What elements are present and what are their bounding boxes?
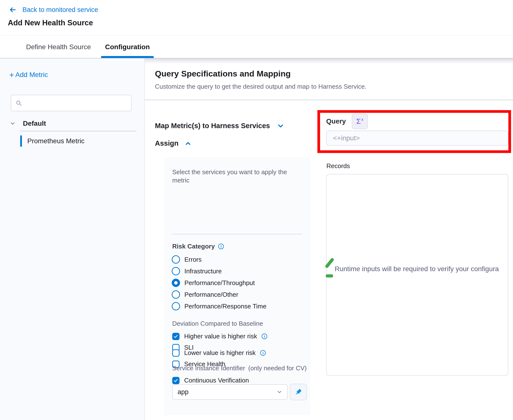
runtime-input-pin-button[interactable] <box>290 384 307 400</box>
radio-label: Performance/Response Time <box>184 303 266 310</box>
radio-performance-other[interactable] <box>172 290 180 299</box>
query-input[interactable] <box>333 134 502 142</box>
section-heading: Query Specifications and Mapping <box>155 69 291 78</box>
risk-category-label: Risk Category <box>172 243 215 250</box>
metric-group-default[interactable]: Default <box>10 118 46 129</box>
arrow-left-icon <box>9 6 17 14</box>
runtime-inputs-message: Runtime inputs will be required to verif… <box>335 265 499 273</box>
sigma-superscript: x <box>361 117 363 122</box>
select-services-label: Select the services you want to apply th… <box>172 168 300 184</box>
assign-panel: Select the services you want to apply th… <box>164 157 310 415</box>
radio-errors[interactable] <box>172 255 180 264</box>
tab-bar: Define Health Source Configuration <box>0 35 513 58</box>
search-icon <box>16 100 22 106</box>
radio-row-performance-other[interactable]: Performance/Other <box>172 290 238 299</box>
radio-row-performance-response-time[interactable]: Performance/Response Time <box>172 302 266 310</box>
back-link[interactable]: Back to monitored service <box>9 6 98 14</box>
service-instance-note: (only needed for CV) <box>248 364 324 372</box>
checkbox-higher-value[interactable] <box>172 333 180 340</box>
selected-indicator-bar <box>20 135 22 147</box>
add-metric-button[interactable]: + Add Metric <box>9 71 48 79</box>
metric-item-label: Prometheus Metric <box>27 137 85 145</box>
section-subheading: Customize the query to get the desired o… <box>155 83 367 90</box>
map-metrics-label: Map Metric(s) to Harness Services <box>155 122 270 130</box>
radio-infrastructure[interactable] <box>172 267 180 275</box>
info-icon[interactable]: i <box>218 244 224 249</box>
heading-divider <box>145 100 513 100</box>
add-metric-label: Add Metric <box>15 71 48 79</box>
radio-row-infrastructure[interactable]: Infrastructure <box>172 267 222 275</box>
page-title: Add New Health Source <box>8 19 93 27</box>
panel-divider <box>172 234 302 234</box>
checkbox-row-lower-value[interactable]: Lower value is higher risk i <box>172 349 266 357</box>
radio-label: Performance/Other <box>184 291 238 298</box>
checkbox-lower-value[interactable] <box>172 349 180 357</box>
radio-row-errors[interactable]: Errors <box>172 255 202 264</box>
sigma-icon: Σ <box>356 117 361 125</box>
risk-category-header: Risk Category i <box>172 243 224 250</box>
info-icon[interactable]: i <box>260 350 266 356</box>
query-input-wrapper <box>326 131 508 146</box>
search-input[interactable] <box>26 99 127 107</box>
back-link-label: Back to monitored service <box>22 6 98 14</box>
success-check-icon <box>326 274 333 277</box>
sidebar-item-prometheus-metric[interactable]: Prometheus Metric <box>20 135 85 147</box>
active-tab-underline <box>101 56 154 58</box>
radio-performance-throughput[interactable] <box>172 279 180 287</box>
tab-define-health-source[interactable]: Define Health Source <box>24 36 93 58</box>
checkbox-row-higher-value[interactable]: Higher value is higher risk i <box>172 333 267 340</box>
checkbox-label: Higher value is higher risk <box>184 333 257 340</box>
info-icon[interactable]: i <box>262 334 267 339</box>
map-metrics-header[interactable]: Map Metric(s) to Harness Services <box>155 122 285 130</box>
assign-label: Assign <box>155 139 179 147</box>
records-label: Records <box>326 162 350 170</box>
group-label: Default <box>23 120 46 127</box>
tab-configuration[interactable]: Configuration <box>101 36 154 58</box>
plus-icon: + <box>9 71 14 79</box>
checkbox-continuous-verification[interactable] <box>172 377 180 384</box>
metrics-sidebar <box>0 58 145 420</box>
metric-search-box <box>11 95 132 111</box>
assign-header[interactable]: Assign <box>155 139 192 147</box>
dropdown-value: app <box>178 388 189 396</box>
radio-label: Performance/Throughput <box>184 279 255 287</box>
radio-label: Infrastructure <box>184 267 222 275</box>
service-instance-dropdown[interactable]: app <box>172 384 288 400</box>
radio-performance-response-time[interactable] <box>172 302 180 310</box>
pin-icon <box>294 388 303 396</box>
deviation-label: Deviation Compared to Baseline <box>172 320 263 327</box>
query-label: Query <box>326 117 346 125</box>
radio-label: Errors <box>184 256 202 263</box>
chevron-down-icon <box>10 121 16 126</box>
expression-sigma-button[interactable]: Σ x <box>352 114 368 129</box>
group-divider <box>20 131 136 131</box>
records-box <box>326 174 508 376</box>
radio-row-performance-throughput[interactable]: Performance/Throughput <box>172 279 255 287</box>
checkbox-label: Lower value is higher risk <box>184 349 256 357</box>
chevron-up-icon <box>184 140 192 147</box>
chevron-down-icon <box>276 389 282 395</box>
service-instance-label: Service Instance Identifier <box>172 364 250 372</box>
checkbox-row-continuous-verification[interactable]: Continuous Verification <box>172 377 249 384</box>
checkbox-label: Continuous Verification <box>184 377 249 384</box>
chevron-down-icon <box>277 122 285 130</box>
